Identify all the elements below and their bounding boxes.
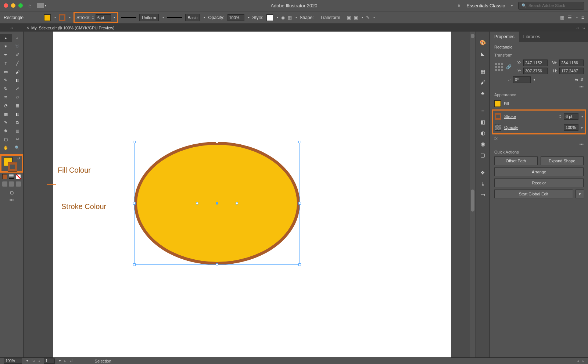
expand-shape-button[interactable]: Expand Shape (541, 156, 584, 165)
pen-tool[interactable]: ✒ (0, 51, 12, 59)
x-input[interactable] (523, 60, 548, 66)
stroke-swatch[interactable] (495, 113, 501, 120)
gradient-tool[interactable]: ◧ (12, 110, 24, 118)
draw-behind-icon[interactable] (9, 181, 14, 187)
opacity-label[interactable]: Opacity (504, 125, 518, 130)
variable-width-profile-select[interactable]: Uniform (139, 14, 159, 21)
chevron-down-icon[interactable]: ▾ (373, 16, 375, 19)
chevron-down-icon[interactable]: ▾ (362, 16, 363, 19)
arrange-button[interactable]: Arrange (494, 167, 584, 176)
recolor-icon[interactable]: ◉ (281, 15, 285, 20)
scale-tool[interactable]: ⤢ (12, 84, 24, 93)
opacity-input[interactable] (564, 124, 578, 131)
magic-wand-tool[interactable]: ✶ (0, 42, 12, 51)
brushes-panel-icon[interactable]: 🖌 (478, 78, 488, 87)
reference-point-selector[interactable] (494, 62, 504, 72)
stepper-icon[interactable]: ▴▾ (92, 15, 94, 20)
lasso-tool[interactable]: ➰ (12, 42, 24, 51)
stroke-panel-icon[interactable]: ≡ (478, 107, 488, 115)
y-input[interactable] (523, 68, 548, 74)
isolate-icon[interactable]: ▣ (347, 15, 351, 20)
chevron-down-icon[interactable]: ▾ (534, 78, 535, 82)
type-tool[interactable]: T (0, 59, 12, 68)
mesh-tool[interactable]: ▩ (0, 110, 12, 118)
graphic-styles-panel-icon[interactable]: ▢ (478, 151, 488, 159)
more-options-icon[interactable]: ••• (494, 142, 584, 146)
transform-link[interactable]: Transform (320, 15, 340, 20)
canvas-area[interactable]: Fill Colour Stroke Colour (24, 32, 476, 357)
stroke-weight-input[interactable] (96, 14, 111, 21)
stroke-label[interactable]: Stroke (504, 114, 516, 119)
bbox-handle[interactable] (216, 263, 218, 266)
center-point-icon[interactable] (216, 202, 218, 205)
maximize-window-icon[interactable] (18, 3, 23, 8)
blend-tool[interactable]: ⧉ (12, 118, 24, 127)
rotate-tool[interactable]: ↻ (0, 84, 12, 93)
tab-libraries[interactable]: Libraries (519, 32, 545, 42)
gradient-mode-icon[interactable] (9, 174, 14, 179)
fx-label[interactable]: fx. (494, 136, 584, 140)
stroke-swatch[interactable] (59, 14, 65, 21)
chevron-down-icon[interactable]: ▾ (511, 4, 513, 7)
scrollbar-thumb[interactable] (471, 190, 474, 212)
color-mode-icon[interactable] (2, 174, 7, 179)
isolate-group-icon[interactable]: ▣ (354, 15, 358, 20)
edit-toolbar-icon[interactable]: ••• (0, 196, 23, 202)
chevron-down-icon[interactable]: ▾ (295, 16, 297, 19)
arrange-documents-button[interactable] (37, 3, 44, 8)
bbox-handle[interactable] (133, 202, 136, 205)
hand-tool[interactable]: ✋ (0, 144, 12, 152)
width-tool[interactable]: ≋ (0, 93, 12, 101)
scroll-left-icon[interactable]: ◂ (577, 359, 579, 363)
offset-path-button[interactable]: Offset Path (494, 156, 538, 165)
paintbrush-tool[interactable]: 🖌 (12, 68, 24, 76)
bbox-handle[interactable] (298, 202, 301, 205)
document-tab[interactable]: × My_Sticker.ai* @ 100% (CMYK/GPU Previe… (24, 24, 119, 32)
color-panel-icon[interactable]: 🎨 (478, 38, 488, 47)
eraser-tool[interactable]: ◧ (12, 76, 24, 84)
tab-properties[interactable]: Properties (490, 32, 519, 42)
chevron-right-icon[interactable]: ▸ (581, 126, 583, 129)
flip-vertical-icon[interactable]: ⇵ (580, 78, 584, 82)
link-wh-icon[interactable]: 🔗 (506, 64, 512, 69)
close-tab-icon[interactable]: × (26, 25, 29, 30)
discover-icon[interactable]: ♀ (457, 3, 461, 8)
chevron-right-icon[interactable]: ▸ (248, 16, 250, 19)
first-artboard-icon[interactable]: I◂ (32, 359, 35, 363)
chevron-down-icon[interactable]: ▾ (162, 16, 164, 19)
chevron-down-icon[interactable]: ▾ (277, 16, 278, 19)
gradient-panel-icon[interactable]: ◧ (478, 118, 488, 126)
last-artboard-icon[interactable]: ▸I (70, 359, 73, 363)
chevron-down-icon[interactable]: ▾ (54, 16, 56, 19)
global-edit-options-button[interactable]: ▾ (576, 190, 584, 198)
slice-tool[interactable]: ✂ (12, 135, 24, 144)
column-graph-tool[interactable]: ▥ (12, 127, 24, 135)
transparency-panel-icon[interactable]: ◐ (478, 129, 488, 137)
w-input[interactable] (559, 60, 584, 66)
layers-panel-icon[interactable]: ❖ (478, 168, 488, 177)
stock-search[interactable]: 🔍 (518, 2, 584, 10)
bbox-handle[interactable] (133, 263, 136, 266)
stroke-color-swatch[interactable] (8, 162, 17, 171)
scroll-right-icon[interactable]: ▸ (582, 359, 584, 363)
bbox-handle[interactable] (216, 141, 218, 143)
chevron-down-icon[interactable]: ▾ (114, 16, 115, 19)
rectangle-tool[interactable]: ▭ (0, 68, 12, 76)
home-icon[interactable]: ⌂ (28, 3, 31, 8)
fill-swatch[interactable] (44, 14, 51, 21)
selection-tool[interactable]: ▴ (0, 34, 12, 42)
h-input[interactable] (559, 68, 584, 74)
shaper-tool[interactable]: ✎ (0, 76, 12, 84)
line-segment-tool[interactable]: ╱ (12, 59, 24, 68)
chevron-down-icon[interactable]: ▾ (204, 16, 205, 19)
swap-fill-stroke-icon[interactable]: ⇄ (17, 156, 20, 161)
opacity-input[interactable] (227, 14, 244, 21)
flip-horizontal-icon[interactable]: ⇋ (575, 78, 578, 82)
curvature-tool[interactable]: ✐ (12, 51, 24, 59)
eyedropper-tool[interactable]: ✎ (0, 118, 12, 127)
graphic-style-swatch[interactable] (266, 14, 273, 21)
zoom-tool[interactable]: 🔍 (12, 144, 24, 152)
asset-export-panel-icon[interactable]: ⤓ (478, 179, 488, 188)
corner-widget-icon[interactable] (236, 202, 238, 205)
draw-inside-icon[interactable] (16, 181, 21, 187)
